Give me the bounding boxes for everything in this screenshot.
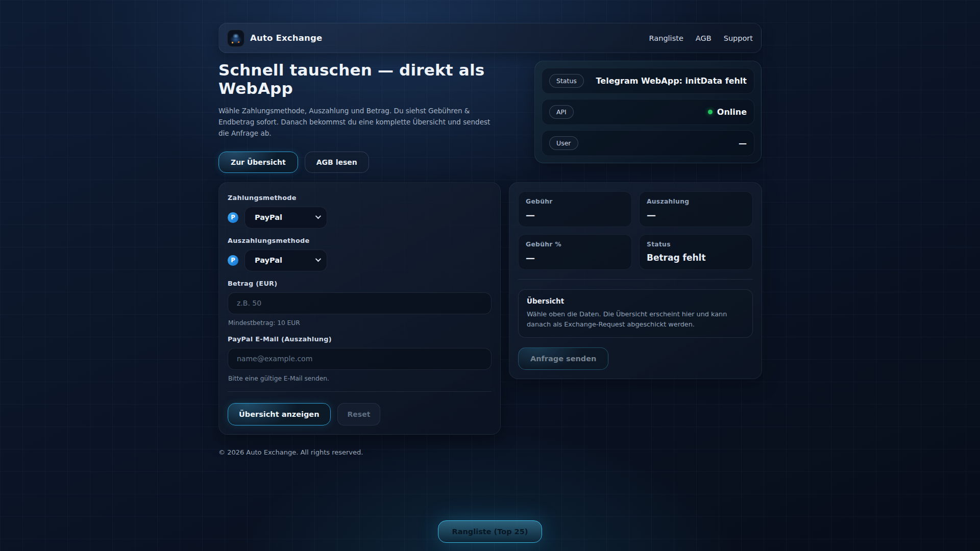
copyright-text: © 2026 Auto Exchange. All rights reserve… — [218, 448, 363, 456]
send-request-button[interactable]: Anfrage senden — [518, 347, 608, 370]
hero-actions: Zur Übersicht AGB lesen — [218, 152, 502, 173]
main-grid: Zahlungsmethode P PayPal Auszahlungsmeth… — [218, 182, 762, 435]
nav-link-agb[interactable]: AGB — [696, 34, 712, 42]
form-divider — [228, 391, 492, 392]
payout-method-row: P PayPal — [228, 249, 492, 271]
user-status-value: — — [739, 138, 747, 148]
webapp-status-value: Telegram WebApp: initData fehlt — [596, 76, 747, 86]
payment-method-label: Zahlungsmethode — [228, 194, 492, 202]
status-tile-label: Status — [647, 241, 745, 248]
amount-label: Betrag (EUR) — [228, 280, 492, 287]
payout-method-label: Auszahlungsmethode — [228, 237, 492, 244]
email-input[interactable] — [228, 348, 492, 370]
overview-title: Übersicht — [527, 297, 744, 305]
fee-tile: Gebühr — — [518, 191, 632, 227]
status-tile: Status Betrag fehlt — [639, 234, 753, 270]
summary-card: Gebühr — Auszahlung — Gebühr % — Status … — [509, 182, 762, 379]
footer: © 2026 Auto Exchange. All rights reserve… — [218, 448, 762, 456]
page-title: Schnell tauschen — direkt als WebApp — [218, 61, 502, 97]
paypal-icon: P — [228, 212, 238, 223]
floating-button-wrap: Rangliste (Top 25) — [0, 520, 980, 543]
api-status-text: Online — [717, 107, 747, 117]
amount-hint: Mindestbetrag: 10 EUR — [228, 319, 492, 327]
agb-button[interactable]: AGB lesen — [305, 152, 369, 173]
top-nav: Rangliste AGB Support — [649, 34, 753, 42]
page-subtitle: Wähle Zahlungsmethode, Auszahlung und Be… — [218, 106, 502, 139]
status-tile-value: Betrag fehlt — [647, 253, 745, 263]
summary-tiles: Gebühr — Auszahlung — Gebühr % — Status … — [518, 191, 753, 270]
summary-divider — [518, 279, 753, 280]
overview-text: Wähle oben die Daten. Die Übersicht ersc… — [527, 309, 744, 330]
hero-section: Schnell tauschen — direkt als WebApp Wäh… — [218, 61, 762, 173]
status-panel: Status Telegram WebApp: initData fehlt A… — [534, 61, 762, 163]
email-label: PayPal E-Mail (Auszahlung) — [228, 335, 492, 343]
payment-method-select-wrap: PayPal — [244, 207, 327, 229]
fee-percent-tile: Gebühr % — — [518, 234, 632, 270]
brand-name: Auto Exchange — [250, 33, 322, 43]
payout-method-select-wrap: PayPal — [244, 249, 327, 271]
status-row-api: API Online — [542, 99, 754, 125]
api-badge: API — [549, 105, 574, 119]
app-logo-icon — [227, 30, 244, 47]
amount-input[interactable] — [228, 292, 492, 314]
overview-box: Übersicht Wähle oben die Daten. Die Über… — [518, 289, 753, 338]
nav-link-rangliste[interactable]: Rangliste — [649, 34, 683, 42]
nav-link-support[interactable]: Support — [724, 34, 753, 42]
payment-method-row: P PayPal — [228, 207, 492, 229]
user-badge: User — [549, 136, 578, 150]
fee-value: — — [526, 210, 624, 220]
payout-label: Auszahlung — [647, 198, 745, 205]
fee-percent-label: Gebühr % — [526, 241, 624, 248]
online-dot-icon — [708, 110, 713, 114]
page-container: Auto Exchange Rangliste AGB Support Schn… — [218, 0, 762, 456]
fee-label: Gebühr — [526, 198, 624, 205]
form-actions: Übersicht anzeigen Reset — [228, 403, 492, 425]
exchange-form-card: Zahlungsmethode P PayPal Auszahlungsmeth… — [218, 182, 501, 435]
payment-method-select[interactable]: PayPal — [244, 207, 327, 229]
email-hint: Bitte eine gültige E-Mail senden. — [228, 375, 492, 382]
status-row-webapp: Status Telegram WebApp: initData fehlt — [542, 68, 754, 94]
header-bar: Auto Exchange Rangliste AGB Support — [218, 23, 762, 53]
paypal-icon: P — [228, 255, 238, 266]
payout-tile: Auszahlung — — [639, 191, 753, 227]
status-row-user: User — — [542, 130, 754, 156]
brand: Auto Exchange — [227, 30, 322, 47]
hero-text-block: Schnell tauschen — direkt als WebApp Wäh… — [218, 61, 502, 173]
status-badge: Status — [549, 74, 584, 88]
api-status-value: Online — [708, 107, 747, 117]
show-overview-button[interactable]: Übersicht anzeigen — [228, 403, 331, 425]
leaderboard-button[interactable]: Rangliste (Top 25) — [438, 520, 543, 543]
overview-cta-button[interactable]: Zur Übersicht — [218, 152, 298, 173]
fee-percent-value: — — [526, 253, 624, 263]
reset-button[interactable]: Reset — [337, 403, 381, 425]
payout-value: — — [647, 210, 745, 220]
payout-method-select[interactable]: PayPal — [244, 249, 327, 271]
